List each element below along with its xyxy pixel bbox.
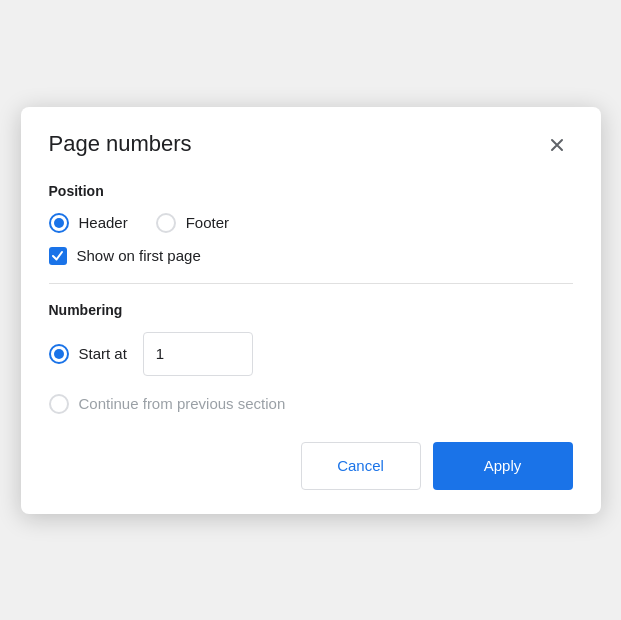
dialog: Page numbers Position Header Footer — [21, 107, 601, 514]
start-at-input[interactable] — [143, 332, 253, 376]
numbering-label: Numbering — [49, 302, 573, 318]
position-section: Position Header Footer Show on first pag… — [49, 183, 573, 265]
show-first-page-checkbox — [49, 247, 67, 265]
start-at-row: Start at — [49, 332, 573, 376]
header-radio-label: Header — [79, 214, 128, 231]
footer-radio-item[interactable]: Footer — [156, 213, 229, 233]
dialog-header: Page numbers — [49, 131, 573, 163]
position-label: Position — [49, 183, 573, 199]
footer-radio-label: Footer — [186, 214, 229, 231]
numbering-section: Numbering Start at Continue from previou… — [49, 302, 573, 414]
divider — [49, 283, 573, 284]
apply-button[interactable]: Apply — [433, 442, 573, 490]
close-icon — [548, 136, 566, 157]
continue-radio-item[interactable]: Continue from previous section — [49, 394, 573, 414]
position-radio-group: Header Footer — [49, 213, 573, 233]
start-at-radio-circle — [49, 344, 69, 364]
continue-label: Continue from previous section — [79, 395, 286, 412]
dialog-title: Page numbers — [49, 131, 192, 157]
show-first-page-label: Show on first page — [77, 247, 201, 264]
dialog-footer: Cancel Apply — [49, 442, 573, 490]
show-first-page-checkbox-item[interactable]: Show on first page — [49, 247, 573, 265]
continue-radio-circle — [49, 394, 69, 414]
cancel-button[interactable]: Cancel — [301, 442, 421, 490]
close-button[interactable] — [541, 131, 573, 163]
start-at-label: Start at — [79, 345, 127, 362]
checkmark-icon — [51, 249, 64, 262]
start-at-radio-item[interactable]: Start at — [49, 344, 127, 364]
numbering-options: Start at Continue from previous section — [49, 332, 573, 414]
header-radio-circle — [49, 213, 69, 233]
footer-radio-circle — [156, 213, 176, 233]
header-radio-item[interactable]: Header — [49, 213, 128, 233]
